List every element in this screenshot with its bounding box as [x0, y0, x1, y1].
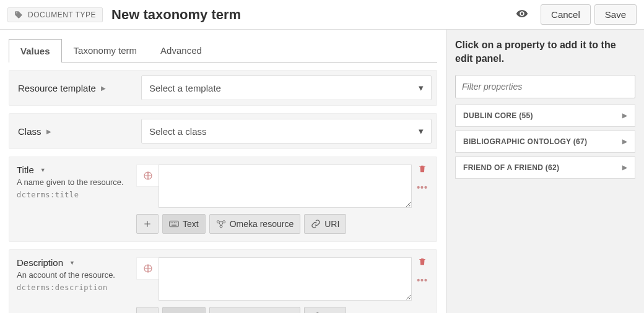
save-button[interactable]: Save [594, 4, 637, 25]
more-options-button[interactable]: ••• [417, 182, 428, 192]
property-name-text: Description [17, 257, 63, 268]
property-description: Description ▼ An account of the resource… [9, 249, 437, 313]
svg-rect-6 [172, 225, 176, 225]
chevron-right-icon: ▶ [622, 112, 627, 119]
property-name-text: Title [17, 165, 34, 175]
page-header: DOCUMENT TYPE New taxonomy term Cancel S… [0, 0, 644, 30]
globe-icon [143, 264, 153, 273]
resource-template-row: Resource template ▶ Select a template ▾ [9, 70, 437, 106]
uri-type-button[interactable]: URI [304, 307, 346, 313]
tab-bar: Values Taxonomy term Advanced [9, 38, 437, 62]
resource-template-label-text: Resource template [18, 83, 96, 93]
svg-rect-5 [176, 222, 176, 223]
text-type-button[interactable]: Text [162, 214, 206, 234]
caret-right-icon: ▶ [46, 128, 51, 135]
property-term: dcterms:title [17, 191, 130, 199]
resource-icon [216, 220, 226, 228]
trash-icon [418, 165, 427, 173]
resource-template-placeholder: Select a template [149, 83, 221, 93]
title-input[interactable] [159, 165, 412, 208]
globe-icon [143, 171, 153, 181]
vocab-label: DUBLIN CORE (55) [463, 111, 533, 120]
more-options-button[interactable]: ••• [417, 275, 428, 285]
value-type-buttons: Text Omeka resource URI [136, 307, 429, 313]
class-select[interactable]: Select a class ▾ [141, 119, 432, 144]
delete-value-button[interactable] [418, 257, 427, 268]
tab-taxonomy-term[interactable]: Taxonomy term [62, 38, 149, 62]
document-type-chip[interactable]: DOCUMENT TYPE [7, 7, 103, 22]
vocabulary-list: DUBLIN CORE (55) ▶ BIBLIOGRAPHIC ONTOLOG… [455, 105, 635, 179]
property-title: Title ▼ A name given to the resource. dc… [9, 156, 437, 242]
class-label: Class ▶ [9, 114, 136, 148]
resource-template-label: Resource template ▶ [9, 71, 136, 105]
language-button[interactable] [136, 165, 159, 187]
tab-values[interactable]: Values [9, 39, 62, 62]
page-title: New taxonomy term [111, 7, 241, 23]
chevron-down-icon: ▾ [419, 82, 424, 93]
vocab-dublin-core[interactable]: DUBLIN CORE (55) ▶ [455, 105, 635, 127]
property-meta: Title ▼ A name given to the resource. dc… [17, 165, 136, 234]
class-row: Class ▶ Select a class ▾ [9, 113, 437, 149]
description-input[interactable] [159, 257, 412, 301]
resource-template-select[interactable]: Select a template ▾ [141, 75, 432, 100]
chevron-right-icon: ▶ [622, 138, 627, 145]
content-area: Values Taxonomy term Advanced Resource t… [0, 30, 644, 313]
omeka-resource-button[interactable]: Omeka resource [209, 214, 300, 234]
class-label-text: Class [18, 126, 41, 137]
svg-rect-2 [171, 222, 172, 223]
property-meta: Description ▼ An account of the resource… [17, 257, 136, 313]
uri-type-button[interactable]: URI [304, 214, 346, 234]
property-name[interactable]: Description ▼ [17, 257, 130, 268]
property-description: A name given to the resource. [17, 178, 130, 187]
property-name[interactable]: Title ▼ [17, 165, 130, 175]
vocab-friend-of-a-friend[interactable]: FRIEND OF A FRIEND (62) ▶ [455, 156, 635, 179]
uri-button-label: URI [324, 219, 339, 229]
caret-right-icon: ▶ [101, 85, 106, 92]
caret-down-icon: ▼ [40, 167, 46, 173]
svg-rect-1 [170, 221, 179, 226]
filter-properties-input[interactable] [455, 75, 635, 98]
sidebar-hint: Click on a property to add it to the edi… [455, 38, 635, 66]
language-button[interactable] [136, 257, 159, 280]
cancel-button[interactable]: Cancel [541, 4, 591, 25]
omeka-resource-button[interactable]: Omeka resource [209, 307, 300, 313]
plus-icon [143, 220, 152, 228]
tab-advanced[interactable]: Advanced [149, 38, 214, 62]
main-panel: Values Taxonomy term Advanced Resource t… [0, 30, 446, 313]
document-type-label: DOCUMENT TYPE [28, 11, 96, 19]
omeka-button-label: Omeka resource [230, 219, 294, 229]
vocab-bibliographic-ontology[interactable]: BIBLIOGRAPHIC ONTOLOGY (67) ▶ [455, 131, 635, 153]
tag-icon [14, 11, 23, 19]
caret-down-icon: ▼ [69, 260, 75, 266]
properties-sidebar: Click on a property to add it to the edi… [446, 30, 644, 313]
trash-icon [418, 257, 427, 266]
text-type-button[interactable]: Text [162, 307, 206, 313]
property-term: dcterms:description [17, 283, 130, 292]
keyboard-icon [169, 220, 179, 228]
chevron-down-icon: ▾ [419, 126, 424, 137]
value-type-buttons: Text Omeka resource URI [136, 214, 429, 234]
vocab-label: FRIEND OF A FRIEND (62) [463, 163, 559, 172]
add-value-button[interactable] [136, 214, 159, 234]
svg-rect-3 [172, 222, 173, 223]
property-value-area: ••• Text Omeka resource [136, 165, 429, 234]
visibility-icon[interactable] [516, 7, 528, 22]
property-description-text: An account of the resource. [17, 270, 130, 280]
delete-value-button[interactable] [418, 165, 427, 175]
text-button-label: Text [183, 219, 199, 229]
add-value-button[interactable] [136, 307, 159, 313]
svg-rect-4 [174, 222, 175, 223]
svg-point-9 [220, 225, 222, 228]
chevron-right-icon: ▶ [622, 164, 627, 171]
class-placeholder: Select a class [149, 126, 207, 137]
vocab-label: BIBLIOGRAPHIC ONTOLOGY (67) [463, 137, 587, 146]
link-icon [311, 219, 321, 229]
property-value-area: ••• Text Omeka resource [136, 257, 429, 313]
